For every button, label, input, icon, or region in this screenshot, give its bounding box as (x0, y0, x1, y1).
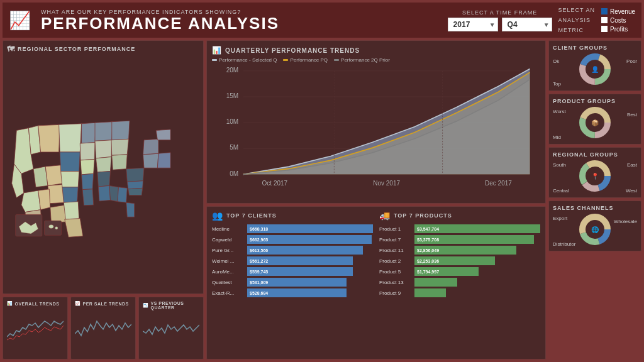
state-mn[interactable] (82, 123, 96, 143)
state-nv[interactable] (21, 190, 41, 212)
state-oh[interactable] (112, 155, 127, 170)
state-va[interactable] (126, 168, 144, 182)
product-bar-3: $2,253,036 (414, 256, 495, 265)
top7-products-rows: Product 1 $3,547,704 Product 7 (379, 224, 540, 297)
map-panel: 🗺 Regional Sector Performance (3, 40, 204, 294)
svg-text:5M: 5M (230, 144, 238, 151)
state-al[interactable] (109, 185, 119, 201)
client-bar-1: $662,965 (247, 235, 372, 244)
product-row-3: Product 2 $2,253,036 (379, 256, 540, 265)
state-ga[interactable] (118, 187, 127, 202)
profits-label: Profits (610, 26, 628, 33)
quarter-dropdown-wrapper: Q4 ▼ (502, 18, 552, 31)
legend-dot-pq (283, 59, 288, 61)
middle-column: 📊 Quarterly Performance Trends Performan… (206, 40, 546, 359)
client-bar-6: $528,684 (247, 288, 347, 297)
product-groups-title: Product Groups (553, 98, 616, 104)
state-ar[interactable] (82, 173, 94, 189)
trends-row: 📊 Overall Trends 📈 Per Sale Trends (3, 297, 204, 359)
product-bar-2: $2,856,049 (414, 246, 516, 255)
chart-header: 📊 Quarterly Performance Trends (212, 46, 540, 55)
header-title: Performance Analysis (41, 15, 441, 31)
product-bar-1: $3,375,708 (414, 235, 534, 244)
state-il[interactable] (95, 140, 112, 158)
client-top-label: Top (553, 81, 561, 87)
regional-south-label: South (553, 162, 566, 168)
quarterly-chart-panel: 📊 Quarterly Performance Trends Performan… (206, 40, 546, 204)
state-hi[interactable] (49, 224, 54, 228)
client-groups-panel: Client Groups Ok Poor Top 👤 (548, 40, 641, 91)
legend-dot-2q (334, 59, 339, 61)
product-groups-chart: Worst Mid Best 📦 (553, 106, 637, 140)
svg-text:Nov 2017: Nov 2017 (373, 180, 400, 187)
header: 📈 What are our key performance indicator… (3, 3, 641, 38)
client-row-4: AuroMe... $559,745 (212, 267, 373, 276)
sales-channels-chart: Export Distributor Wholesale 🌐 (553, 212, 637, 247)
analysis-label: SELECT ANANALYSISMETRIC (558, 5, 595, 36)
product-best-label: Best (627, 112, 637, 118)
metric-costs: Costs (601, 17, 635, 24)
sales-channels-panel: Sales Channels Export Distributor Wholes… (548, 200, 641, 251)
state-ok[interactable] (64, 202, 79, 219)
overall-trends-title: 📊 Overall Trends (7, 301, 64, 306)
overall-trends-icon: 📊 (7, 301, 13, 306)
quarterly-svg: 20M 15M 10M 5M 0M (212, 65, 540, 191)
state-mo[interactable] (80, 159, 94, 174)
vs-previous-title: 📉 VS Previous Quarter (143, 301, 199, 310)
state-nj[interactable] (157, 153, 170, 168)
state-sd[interactable] (60, 152, 80, 172)
client-row-0: Medline $668,318 (212, 224, 373, 233)
chart-area: 20M 15M 10M 5M 0M (212, 65, 540, 191)
legend-pq: Performance PQ (283, 57, 328, 63)
state-nd[interactable] (59, 124, 82, 152)
state-wi[interactable] (95, 122, 113, 141)
year-dropdown[interactable]: 2017 (448, 18, 498, 31)
state-ny[interactable] (143, 139, 158, 154)
chart-legend: Performance - Selected Q Performance PQ … (212, 57, 540, 63)
state-fl[interactable] (126, 202, 135, 217)
state-sc[interactable] (128, 188, 143, 195)
right-column: Client Groups Ok Poor Top 👤 (548, 40, 641, 359)
costs-checkbox[interactable] (601, 17, 608, 23)
chart-title: Quarterly Performance Trends (225, 47, 360, 54)
regional-west-label: West (626, 188, 637, 194)
costs-label: Costs (610, 17, 626, 24)
per-sale-trends-panel: 📈 Per Sale Trends (70, 297, 136, 359)
state-ms[interactable] (98, 185, 110, 200)
state-nc[interactable] (127, 181, 143, 189)
map-panel-title: 🗺 Regional Sector Performance (7, 45, 199, 53)
state-ks[interactable] (62, 187, 78, 202)
state-pa[interactable] (143, 153, 158, 168)
chart-icon: 📊 (212, 46, 221, 55)
top7-products-title: Top 7 Products (394, 212, 452, 219)
client-bar-3: $561,272 (247, 256, 353, 265)
revenue-checkbox[interactable] (601, 8, 608, 14)
top7-clients-section: 👥 Top 7 Clients Medline $668,318 (212, 211, 373, 355)
channel-wholesale-label: Wholesale (614, 219, 637, 224)
state-ne[interactable] (61, 172, 79, 187)
sales-channels-svg: 🌐 (573, 212, 617, 247)
svg-point-1 (55, 227, 58, 230)
profits-checkbox[interactable] (601, 26, 608, 32)
vs-previous-icon: 📉 (143, 303, 149, 308)
quarter-dropdown[interactable]: Q4 (502, 18, 552, 31)
state-mi[interactable] (112, 121, 130, 140)
svg-text:📍: 📍 (591, 172, 599, 180)
channel-distributor-label: Distributor (553, 241, 575, 247)
state-ne2[interactable] (156, 129, 170, 140)
svg-marker-14 (243, 69, 530, 175)
product-mid-label: Mid (553, 134, 561, 140)
state-ky[interactable] (96, 157, 111, 172)
state-in[interactable] (111, 139, 129, 155)
metric-profits: Profits (601, 26, 635, 33)
svg-text:20M: 20M (226, 67, 238, 74)
state-la[interactable] (82, 189, 94, 206)
state-ia[interactable] (80, 143, 95, 160)
svg-text:Dec 2017: Dec 2017 (485, 180, 512, 187)
state-ut[interactable] (38, 189, 50, 210)
metric-revenue: Revenue (601, 8, 635, 15)
map-icon: 🗺 (7, 45, 15, 53)
client-row-3: Weimei ... $561,272 (212, 256, 373, 265)
state-tn[interactable] (97, 172, 111, 187)
state-mt[interactable] (38, 124, 60, 152)
